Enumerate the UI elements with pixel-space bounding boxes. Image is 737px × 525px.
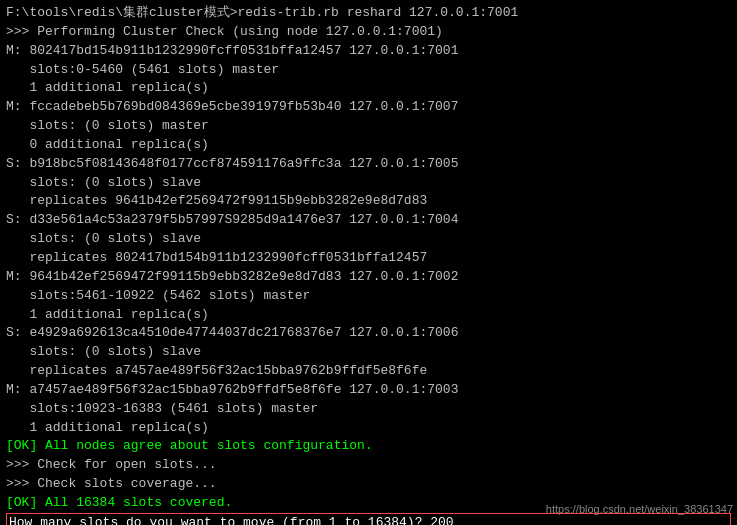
- check-coverage-line: >>> Check slots coverage...: [6, 475, 731, 494]
- slots4-line: slots: (0 slots) slave: [6, 230, 731, 249]
- replica1-line: 1 additional replica(s): [6, 79, 731, 98]
- replica3-line: 1 additional replica(s): [6, 306, 731, 325]
- slots6-line: slots: (0 slots) slave: [6, 343, 731, 362]
- cmd-line: F:\tools\redis\集群cluster模式>redis-trib.rb…: [6, 4, 731, 23]
- s2-line: S: d33e561a4c53a2379f5b57997S9285d9a1476…: [6, 211, 731, 230]
- watermark: https://blog.csdn.net/weixin_38361347: [546, 503, 733, 515]
- m3-line: M: 9641b42ef2569472f99115b9ebb3282e9e8d7…: [6, 268, 731, 287]
- replicates1-line: replicates 9641b42ef2569472f99115b9ebb32…: [6, 192, 731, 211]
- replicates2-line: replicates 802417bd154b911b1232990fcff05…: [6, 249, 731, 268]
- slots5-line: slots:5461-10922 (5462 slots) master: [6, 287, 731, 306]
- terminal-window: F:\tools\redis\集群cluster模式>redis-trib.rb…: [0, 0, 737, 525]
- s3-line: S: e4929a692613ca4510de47744037dc2176837…: [6, 324, 731, 343]
- slots3-line: slots: (0 slots) slave: [6, 174, 731, 193]
- slots7-line: slots:10923-16383 (5461 slots) master: [6, 400, 731, 419]
- performing-line: >>> Performing Cluster Check (using node…: [6, 23, 731, 42]
- m4-line: M: a7457ae489f56f32ac15bba9762b9ffdf5e8f…: [6, 381, 731, 400]
- m2-line: M: fccadebeb5b769bd084369e5cbe391979fb53…: [6, 98, 731, 117]
- check-open-line: >>> Check for open slots...: [6, 456, 731, 475]
- replicates3-line: replicates a7457ae489f56f32ac15bba9762b9…: [6, 362, 731, 381]
- s1-line: S: b918bc5f08143648f0177ccf874591176a9ff…: [6, 155, 731, 174]
- m1-line: M: 802417bd154b911b1232990fcff0531bffa12…: [6, 42, 731, 61]
- ok1-line: [OK] All nodes agree about slots configu…: [6, 437, 731, 456]
- replica4-line: 1 additional replica(s): [6, 419, 731, 438]
- slots2-line: slots: (0 slots) master: [6, 117, 731, 136]
- slots1-line: slots:0-5460 (5461 slots) master: [6, 61, 731, 80]
- replica2-line: 0 additional replica(s): [6, 136, 731, 155]
